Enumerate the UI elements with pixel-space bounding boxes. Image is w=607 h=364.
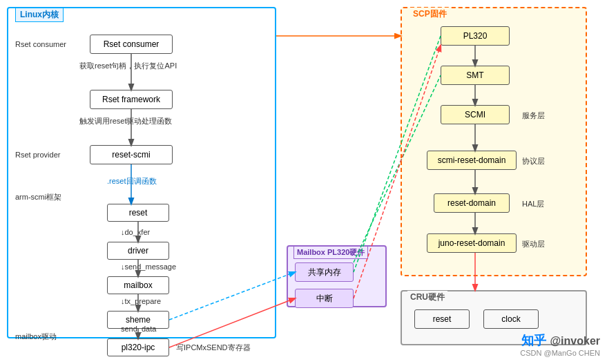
shared-mem-node: 共享内存 [295, 262, 354, 282]
driver-layer-label: 驱动层 [522, 239, 545, 249]
cru-reset-node: reset [414, 309, 470, 329]
send-data-label: send_data [121, 325, 156, 333]
driver-node: driver [107, 242, 169, 260]
trigger-reset-label: 触发调用reset驱动处理函数 [79, 116, 172, 126]
reset-node: reset [107, 204, 169, 222]
rset-framework-node: Rset framework [90, 90, 173, 109]
watermark-handle: @invoker [550, 335, 600, 347]
pl320-ipc-node: pl320-ipc [107, 338, 169, 356]
rset-consumer-label: Rset consumer [15, 40, 66, 48]
diagram-container: Linux内核 SCP固件 Mailbox PL320硬件 CRU硬件 Rset… [0, 0, 607, 364]
juno-reset-domain-node: juno-reset-domain [427, 233, 517, 253]
pl320-node: PL320 [441, 26, 510, 46]
rset-provider-label: Rset provider [15, 151, 60, 159]
service-layer-label: 服务层 [522, 111, 545, 121]
mailbox-node: mailbox [107, 276, 169, 294]
send-message-label: ↓send_message [121, 262, 176, 271]
fetch-reset-label: 获取reset句柄，执行复位API [79, 61, 177, 71]
reset-callback-label: .reset回调函数 [107, 176, 157, 186]
rset-consumer-node: Rset consumer [90, 35, 173, 54]
watermark-csdn: CSDN @ManGo CHEN [520, 349, 600, 357]
mailbox-driver-label: mailbox驱动 [15, 332, 57, 342]
scmi-node: SCMI [441, 105, 510, 124]
zhihu-icon: 知乎 [521, 334, 546, 347]
watermark: 知乎 @invoker CSDN @ManGo CHEN [520, 332, 600, 357]
hal-layer-label: HAL层 [522, 199, 544, 209]
reset-domain-node: reset-domain [434, 193, 510, 213]
cru-clock-node: clock [483, 309, 539, 329]
do-xfer-label: ↓do_xfer [121, 228, 150, 236]
scp-box-title: SCP固件 [409, 8, 451, 21]
mailbox-box-title: Mailbox PL320硬件 [293, 246, 368, 259]
arm-scmi-label: arm-scmi框架 [15, 192, 61, 202]
linux-kernel-title: Linux内核 [15, 8, 64, 22]
smt-node: SMT [441, 66, 510, 85]
interrupt-node: 中断 [295, 289, 354, 308]
protocol-layer-label: 协议层 [522, 156, 545, 166]
tx-prepare-label: ↓tx_prepare [121, 297, 161, 305]
scmi-reset-domain-node: scmi-reset-domain [427, 151, 517, 170]
write-ipc-label: 写IPCMxSEND寄存器 [176, 343, 251, 353]
watermark-zhihu: 知乎 @invoker [520, 332, 600, 349]
reset-scmi-node: reset-scmi [90, 145, 173, 164]
cru-box-title: CRU硬件 [407, 291, 447, 304]
